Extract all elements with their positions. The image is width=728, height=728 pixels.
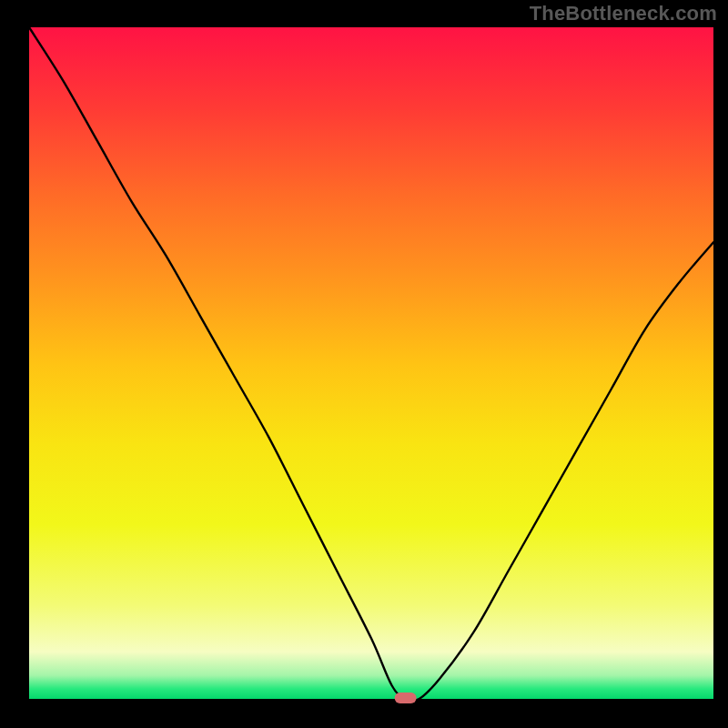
minimum-marker	[395, 693, 417, 703]
chart-stage: TheBottleneck.com	[0, 0, 728, 728]
gradient-background	[29, 27, 713, 699]
chart-svg	[0, 0, 728, 728]
